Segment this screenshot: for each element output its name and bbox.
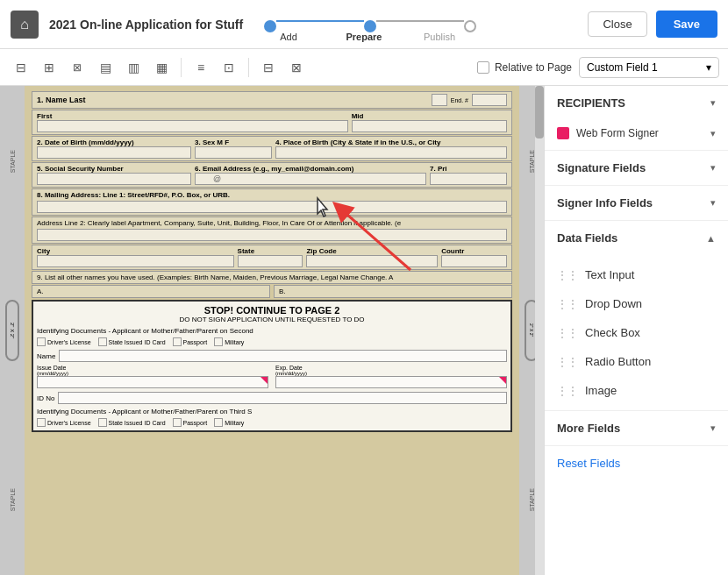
staple-label-2: STAPLE	[10, 488, 16, 511]
toolbar-icon-6[interactable]: ▦	[149, 55, 174, 80]
name-end-field[interactable]	[472, 94, 507, 106]
recipients-header[interactable]: RECIPIENTS ▾	[545, 86, 728, 120]
step-prepare-label: Prepare	[326, 32, 402, 42]
doc-types2-row: Driver's License State Issued ID Card Pa…	[37, 418, 507, 427]
scrollbar[interactable]	[535, 86, 544, 575]
home-button[interactable]: ⌂	[11, 11, 39, 39]
toolbar-icon-5[interactable]: ▥	[121, 55, 146, 80]
doc-type2-3-checkbox[interactable]	[173, 418, 182, 427]
phone-section: 7. Pri	[430, 165, 507, 185]
doc-name-field[interactable]	[59, 350, 507, 362]
field-item-text-input[interactable]: ⋮⋮ Text Input	[545, 260, 728, 289]
relative-to-page-checkbox[interactable]	[477, 61, 489, 74]
ssn-field[interactable]	[37, 173, 191, 185]
issue-date-field[interactable]	[37, 376, 268, 388]
names-row: 9. List all other names you have used. (…	[32, 271, 512, 284]
address2-field[interactable]	[37, 229, 507, 241]
step-add-label: Add	[251, 32, 326, 42]
address2-row: Address Line 2: Clearly label Apartment,…	[32, 217, 512, 244]
recipient-chevron: ▾	[710, 128, 716, 139]
stop-text: STOP! CONTINUE TO PAGE 2	[37, 305, 507, 316]
signature-fields-chevron: ▾	[710, 162, 716, 174]
doc-types-row: Driver's License State Issued ID Card Pa…	[37, 337, 507, 346]
recipient-dot	[557, 127, 569, 139]
field-item-image[interactable]: ⋮⋮ Image	[545, 376, 728, 405]
custom-field-dropdown[interactable]: Custom Field 1 ▾	[579, 57, 719, 78]
exp-date-section: Exp. Date (mm/dd/yyyy)	[275, 365, 507, 388]
doc-type-1: Driver's License	[37, 337, 91, 346]
step-publish-dot	[464, 20, 476, 32]
address1-field[interactable]	[37, 201, 507, 213]
photo-text: 2" X 2"	[10, 323, 15, 338]
signature-fields-header[interactable]: Signature Fields ▾	[545, 151, 728, 185]
doc-type-2-checkbox[interactable]	[98, 337, 107, 346]
doc-type-1-checkbox[interactable]	[37, 337, 46, 346]
data-fields-header[interactable]: Data Fields ▲	[545, 221, 728, 255]
city-label: City	[37, 247, 234, 255]
zip-field[interactable]	[306, 255, 438, 267]
doc-type-4-checkbox[interactable]	[214, 337, 223, 346]
field-item-check-box[interactable]: ⋮⋮ Check Box	[545, 318, 728, 347]
toolbar-icon-2[interactable]: ⊞	[37, 55, 61, 80]
more-fields-header[interactable]: More Fields ▾	[545, 411, 728, 445]
first-label: First	[37, 112, 348, 120]
save-button[interactable]: Save	[656, 11, 717, 38]
toolbar: ⊟ ⊞ ⊠ ▤ ▥ ▦ ≡ ⊡ ⊟ ⊠ Relative to Page Cus…	[0, 49, 728, 86]
more-fields-title: More Fields	[557, 422, 620, 435]
dob-field[interactable]	[37, 146, 191, 159]
signature-fields-title: Signature Fields	[557, 161, 646, 174]
doc-type-4: Military	[214, 337, 244, 346]
header: ⌂ 2021 On-line Application for Stuff Add…	[0, 0, 728, 49]
ab-row: A. B.	[32, 285, 512, 298]
signer-info-header[interactable]: Signer Info Fields ▾	[545, 186, 728, 220]
identifying-docs-label: Identifying Documents - Applicant or Mot…	[37, 327, 507, 335]
field-drag-icon-text-input: ⋮⋮	[557, 269, 578, 281]
doc-type2-2-checkbox[interactable]	[98, 418, 107, 427]
doc-type-1-label: Driver's License	[47, 339, 91, 345]
scrollbar-thumb[interactable]	[535, 86, 544, 138]
document-scroll[interactable]: STAPLE 2" X 2" STAPLE 1. Name Last	[0, 86, 544, 575]
mid-field[interactable]	[352, 120, 507, 132]
toolbar-icon-1[interactable]: ⊟	[9, 55, 33, 80]
email-field[interactable]: @	[195, 173, 426, 185]
custom-field-chevron: ▾	[706, 61, 711, 74]
toolbar-icon-3[interactable]: ⊠	[65, 55, 89, 80]
sex-field[interactable]	[195, 146, 272, 159]
address2-label: Address Line 2: Clearly label Apartment,…	[37, 219, 507, 227]
recipients-content: Web Form Signer ▾	[545, 120, 728, 150]
name-field-d[interactable]	[432, 94, 447, 106]
photo-text-right: 2" X 2"	[529, 323, 534, 337]
app-title: 2021 On-line Application for Stuff	[49, 18, 243, 32]
field-item-drop-down[interactable]: ⋮⋮ Drop Down	[545, 289, 728, 318]
first-field[interactable]	[37, 120, 348, 132]
exp-date-field[interactable]	[275, 376, 507, 388]
issue-date-tag	[261, 377, 268, 384]
pob-field[interactable]	[275, 146, 507, 159]
relative-to-page[interactable]: Relative to Page	[477, 61, 572, 74]
reset-fields-link[interactable]: Reset Fields	[557, 457, 620, 470]
phone-field[interactable]	[430, 173, 507, 185]
mid-label: Mid	[352, 112, 507, 120]
toolbar-icon-10[interactable]: ⊠	[284, 55, 309, 80]
country-field[interactable]	[441, 255, 507, 267]
close-button[interactable]: Close	[588, 11, 646, 37]
name-right-fields: End. #	[432, 94, 507, 106]
doc-type2-4-checkbox[interactable]	[214, 418, 223, 427]
recipient-name: Web Form Signer	[576, 127, 659, 139]
toolbar-icon-8[interactable]: ⊡	[217, 55, 241, 80]
doc-type-3-checkbox[interactable]	[173, 337, 182, 346]
document-page: 1. Name Last End. # First	[25, 86, 519, 575]
toolbar-icon-4[interactable]: ▤	[93, 55, 118, 80]
progress-line-1	[276, 20, 364, 22]
city-field[interactable]	[37, 255, 234, 267]
recipients-section: RECIPIENTS ▾ Web Form Signer ▾	[545, 86, 728, 151]
toolbar-icon-9[interactable]: ⊟	[256, 55, 281, 80]
state-field[interactable]	[238, 255, 303, 267]
field-item-radio-button[interactable]: ⋮⋮ Radio Button	[545, 347, 728, 376]
a-section: A.	[32, 285, 270, 298]
doc-type2-1-checkbox[interactable]	[37, 418, 46, 427]
custom-field-label: Custom Field 1	[587, 61, 658, 74]
id-no-field[interactable]	[58, 392, 507, 404]
toolbar-icon-7[interactable]: ≡	[189, 55, 213, 80]
step-add	[264, 20, 276, 32]
